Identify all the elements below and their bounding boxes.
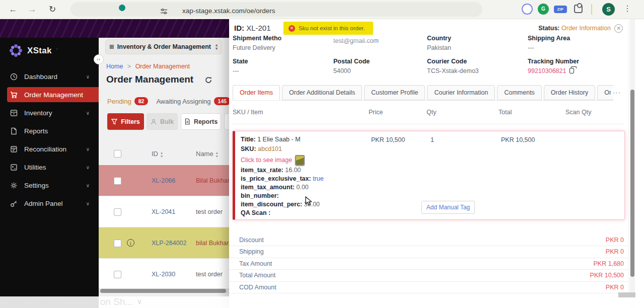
toolbar: Filters Bulk Reports — [99, 113, 229, 130]
brand-trademark: ˙ — [56, 48, 58, 54]
bulk-button[interactable]: Bulk — [147, 113, 178, 130]
select-all-checkbox[interactable] — [114, 150, 121, 158]
back-icon[interactable]: ← — [7, 4, 19, 16]
chevron-down-icon: ∨ — [86, 165, 90, 170]
sort-icon[interactable]: ▴▾ — [161, 151, 163, 158]
forward-icon[interactable]: → — [26, 4, 38, 16]
sidebar-item-admin-panel[interactable]: Admin Panel ∨ — [7, 196, 99, 211]
browser-menu-icon[interactable]: ⋮ — [623, 4, 631, 13]
tab-pending[interactable]: Pending 82 — [107, 97, 148, 105]
toast-notification: ✕ Sku not exist in this order. — [283, 22, 373, 35]
row-checkbox[interactable] — [114, 271, 121, 278]
tracking-number-value[interactable]: 99210306821 — [528, 67, 566, 74]
item-prop: item_tax_rate: 16.00 — [241, 167, 301, 174]
tab-comments[interactable]: Comments — [497, 85, 541, 100]
breadcrumb-home[interactable]: Home — [106, 63, 123, 70]
filters-label: Filters — [121, 118, 140, 125]
reports-button[interactable]: Reports — [181, 113, 221, 130]
sidebar-item-settings[interactable]: Settings ∨ — [7, 178, 99, 193]
item-image-link[interactable]: Click to see image — [241, 155, 305, 166]
sidebar-item-label: Utilities — [24, 164, 46, 171]
grammarly-extension-icon[interactable]: G — [538, 4, 549, 15]
table-row[interactable]: XL-2030 test order — [99, 259, 229, 290]
reconciliation-icon — [10, 145, 18, 153]
field-shipping-area: Shipping Area --- — [528, 35, 623, 51]
tabs-overflow-icon[interactable]: ··· — [611, 89, 621, 96]
grid-icon — [110, 43, 114, 50]
divider — [233, 124, 625, 124]
tab-courier-information[interactable]: Courier Information — [427, 85, 495, 100]
sidebar-item-label: Reconciliation — [24, 145, 66, 153]
horizontal-scrollbar[interactable] — [99, 288, 229, 293]
xstak-logo-icon — [9, 44, 23, 57]
workspace-selector[interactable]: Inventory & Order Management ▴▾ — [105, 39, 222, 54]
top-banner — [0, 19, 229, 38]
tab-label: Awaiting Assigning — [156, 98, 210, 105]
summary-row: Tax AmountPKR 1,680 — [229, 258, 628, 270]
order-id-link[interactable]: XL-2030 — [152, 271, 175, 278]
toast-message: Sku not exist in this order. — [299, 25, 365, 31]
filters-button[interactable]: Filters — [107, 113, 144, 130]
workspace-selector-label: Inventory & Order Management — [117, 43, 211, 50]
brand-logo[interactable]: XStak ˙ — [9, 44, 58, 57]
tab-customer-profile[interactable]: Customer Profile — [364, 85, 425, 100]
vertical-scrollbar[interactable] — [630, 19, 635, 308]
breadcrumb: Home > Order Management — [106, 63, 190, 70]
funnel-icon — [111, 119, 117, 125]
tab-order-items[interactable]: Order Items — [233, 85, 280, 100]
sidebar-item-reports[interactable]: Reports — [7, 123, 99, 138]
order-customer-name: test order — [196, 208, 223, 215]
order-id-link[interactable]: XLP-264002 — [152, 240, 187, 247]
scrollbar-thumb[interactable] — [100, 289, 226, 293]
copy-icon[interactable] — [569, 68, 574, 73]
profile-avatar[interactable]: S — [602, 3, 615, 16]
column-header-id[interactable]: ID▴▾ — [152, 150, 163, 158]
tab-order-additional-details[interactable]: Order Additional Details — [282, 85, 362, 100]
order-id-value: XL-201 — [246, 24, 270, 32]
chevron-down-icon: ∨ — [86, 146, 90, 152]
zip-extension-icon[interactable]: ZIP — [554, 6, 567, 13]
sidebar-item-reconciliation[interactable]: Reconciliation ∨ — [7, 141, 99, 157]
tab-count-badge: 82 — [134, 97, 149, 105]
table-row[interactable]: i XLP-264002 bilal Bukhari — [99, 227, 229, 259]
dashboard-icon — [10, 73, 18, 81]
table-row[interactable]: XL-2066 Bilal Bukhari — [99, 165, 229, 196]
sidebar-item-utilities[interactable]: Utilities ∨ — [7, 160, 99, 175]
column-header-name[interactable]: Name▴▾ — [196, 150, 218, 158]
sidebar-collapse-toggle[interactable]: ‹› — [94, 54, 104, 64]
extension-icon[interactable] — [522, 4, 533, 15]
item-title: Title: 1 Elie Saab - M — [241, 136, 301, 143]
row-checkbox[interactable] — [114, 177, 121, 185]
order-id-link[interactable]: XL-2066 — [152, 177, 175, 184]
address-bar[interactable]: xap-stage.xstak.com/oe/orders ★ — [70, 2, 482, 17]
sidebar-item-dashboard[interactable]: Dashboard ∨ — [7, 69, 99, 84]
order-status: Status: Order Information — [538, 25, 611, 32]
order-customer-name: test order — [196, 271, 223, 278]
sidebar-item-inventory[interactable]: Inventory ∨ — [7, 105, 99, 120]
breadcrumb-current[interactable]: Order Management — [135, 63, 190, 70]
tab-order-history[interactable]: Order History — [544, 85, 595, 100]
refresh-list-icon[interactable] — [204, 76, 212, 86]
items-col-qty: Qty — [426, 109, 436, 116]
row-checkbox[interactable] — [114, 208, 121, 216]
error-icon: ✕ — [289, 25, 295, 32]
info-icon[interactable]: i — [127, 239, 134, 247]
extensions-puzzle-icon[interactable] — [574, 5, 583, 13]
sort-icon[interactable]: ▴▾ — [216, 151, 218, 158]
item-thumbnail[interactable] — [295, 155, 305, 166]
field-state: State --- — [233, 58, 328, 74]
add-manual-tag-button[interactable]: Add Manual Tag — [421, 201, 475, 214]
scrollbar-thumb[interactable] — [630, 90, 634, 277]
site-settings-icon[interactable] — [160, 8, 168, 17]
order-id-link[interactable]: XL-2041 — [152, 208, 175, 215]
close-drawer-icon[interactable]: ✕ — [614, 24, 623, 33]
tab-awaiting-assigning[interactable]: Awaiting Assigning 145 — [156, 97, 229, 105]
row-checkbox[interactable] — [114, 240, 121, 247]
refresh-icon[interactable]: ↻ — [46, 4, 58, 16]
partial-button[interactable] — [224, 113, 229, 130]
table-row[interactable]: XL-2041 test order — [99, 196, 229, 227]
sidebar-item-order-management[interactable]: Order Management — [7, 87, 99, 102]
item-price: PKR 10,500 — [371, 136, 405, 143]
url-text[interactable]: xap-stage.xstak.com/oe/orders — [182, 7, 275, 15]
gear-icon — [10, 182, 18, 189]
